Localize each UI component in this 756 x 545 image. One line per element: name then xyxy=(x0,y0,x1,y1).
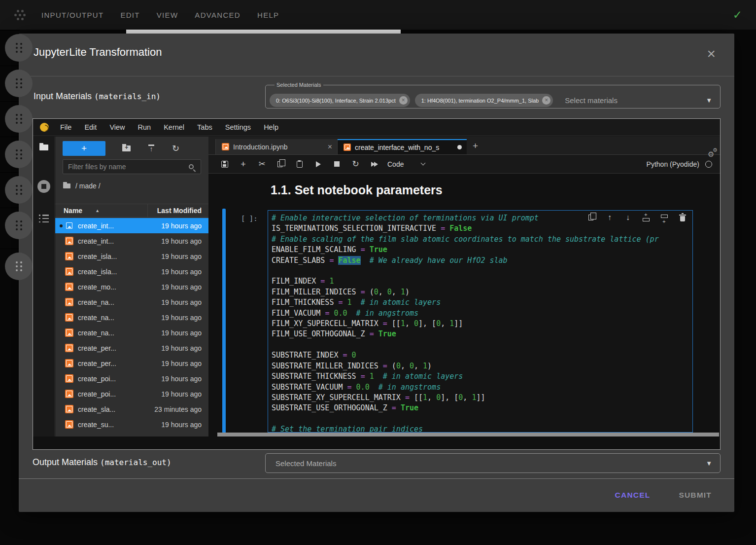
jupyter-menu-view[interactable]: View xyxy=(103,123,131,131)
restart-icon[interactable]: ↻ xyxy=(351,160,360,168)
settings-gears-icon[interactable]: ⚙⚙ xyxy=(708,147,721,160)
tab-dirty-icon[interactable] xyxy=(457,145,462,149)
breadcrumb-path[interactable]: / made / xyxy=(75,182,101,190)
file-browser-icon[interactable] xyxy=(39,145,48,150)
cancel-button[interactable]: CANCEL xyxy=(612,490,653,500)
material-chip[interactable]: 1: Hf4O8(001), termination O2_P4/mmm_1, … xyxy=(415,94,553,107)
remove-chip-icon[interactable]: × xyxy=(399,96,408,105)
material-chip[interactable]: 0: O6Si3(100)-Si8(100), Interface, Strai… xyxy=(270,94,410,107)
notebook-toolbar: +✂↻ Code Python (Pyodide) xyxy=(208,155,721,174)
file-row[interactable]: create_poi...19 hours ago xyxy=(55,371,208,386)
move-up-icon[interactable]: ↑ xyxy=(606,214,614,221)
move-down-icon[interactable]: ↓ xyxy=(624,214,632,221)
cell-type-dropdown[interactable]: Code xyxy=(387,160,425,168)
file-row[interactable]: create_isla...19 hours ago xyxy=(55,264,208,279)
app-menu-item-view[interactable]: VIEW xyxy=(157,11,178,19)
refresh-icon[interactable]: ↻ xyxy=(172,145,179,152)
file-row[interactable]: create_na...19 hours ago xyxy=(55,294,208,310)
running-kernels-icon[interactable] xyxy=(37,180,50,193)
unit-drag-handle[interactable] xyxy=(5,176,33,204)
file-row[interactable]: create_sla...23 minutes ago xyxy=(55,401,208,417)
unit-drag-handle[interactable] xyxy=(5,34,33,62)
column-last-modified[interactable]: Last Modified xyxy=(148,207,208,215)
duplicate-icon[interactable] xyxy=(587,214,595,221)
notebook-file-icon xyxy=(65,405,73,413)
unit-drag-handle[interactable] xyxy=(5,105,33,133)
new-tab-icon[interactable]: + xyxy=(473,141,478,151)
column-name[interactable]: Name ▲ xyxy=(55,204,148,217)
unit-drag-handle[interactable] xyxy=(5,141,33,168)
fast-forward-icon[interactable] xyxy=(370,160,378,168)
tab-inactive[interactable]: Introduction.ipynb× xyxy=(215,139,338,154)
code-line: ENABLE_FILM_SCALING = True xyxy=(272,245,689,255)
app-menu-item-advanced[interactable]: ADVANCED xyxy=(195,11,241,19)
new-launcher-button[interactable]: + xyxy=(63,141,105,156)
jupyter-menu-kernel[interactable]: Kernel xyxy=(157,123,191,131)
cell-collapser[interactable] xyxy=(222,209,226,433)
file-row[interactable]: create_su...19 hours ago xyxy=(55,417,208,432)
file-modified: 19 hours ago xyxy=(116,344,208,352)
insert-below-icon[interactable] xyxy=(660,214,668,221)
unit-drag-handle[interactable] xyxy=(5,212,33,239)
jupyter-menu-edit[interactable]: Edit xyxy=(78,123,103,131)
jupyter-menu-help[interactable]: Help xyxy=(257,123,285,131)
horizontal-scrollbar[interactable] xyxy=(217,433,719,436)
cut-icon[interactable]: ✂ xyxy=(258,160,266,168)
file-row[interactable]: create_na...19 hours ago xyxy=(55,325,208,340)
app-menu-item-input-output[interactable]: INPUT/OUTPUT xyxy=(41,11,103,19)
file-row[interactable]: create_na...19 hours ago xyxy=(55,310,208,325)
notebook-file-icon xyxy=(65,221,73,230)
app-menu-item-edit[interactable]: EDIT xyxy=(120,11,139,19)
notebook-file-icon xyxy=(65,359,73,367)
scrollbar-thumb[interactable] xyxy=(217,433,719,436)
code-editor[interactable]: # Enable interactive selection of termin… xyxy=(268,210,693,433)
kernel-name[interactable]: Python (Pyodide) xyxy=(647,160,699,168)
table-of-contents-icon[interactable] xyxy=(39,215,49,222)
save-icon[interactable] xyxy=(220,160,229,168)
jupyter-menu-file[interactable]: File xyxy=(54,123,78,131)
dropdown-arrow-icon[interactable]: ▼ xyxy=(706,460,712,467)
main-dock: Introduction.ipynb×create_interface_with… xyxy=(208,137,721,436)
insert-above-icon[interactable] xyxy=(642,214,650,221)
file-name: create_na... xyxy=(78,298,114,306)
upload-icon[interactable] xyxy=(147,145,155,152)
app-menu-item-help[interactable]: HELP xyxy=(257,11,279,19)
remove-chip-icon[interactable]: × xyxy=(542,96,550,105)
copy-icon[interactable] xyxy=(276,160,285,168)
notebook-file-icon xyxy=(65,374,73,383)
paste-icon[interactable] xyxy=(295,160,304,168)
select-materials-placeholder[interactable]: Select materials xyxy=(565,96,618,105)
filter-files-input[interactable] xyxy=(63,163,189,171)
file-row[interactable]: create_per...19 hours ago xyxy=(55,356,208,371)
new-folder-icon[interactable] xyxy=(122,145,131,151)
dropdown-arrow-icon[interactable]: ▼ xyxy=(706,97,712,104)
unit-drag-handle[interactable] xyxy=(5,253,33,280)
output-materials-select[interactable]: Selected Materials ▼ xyxy=(265,453,721,473)
unit-drag-handle[interactable] xyxy=(5,70,33,97)
tab-close-icon[interactable]: × xyxy=(328,143,332,151)
breadcrumb[interactable]: / made / xyxy=(63,182,101,190)
file-row[interactable]: create_per...19 hours ago xyxy=(55,340,208,356)
close-icon[interactable]: × xyxy=(707,47,716,60)
jupyter-menu-run[interactable]: Run xyxy=(132,123,158,131)
jupyter-menu-settings[interactable]: Settings xyxy=(219,123,257,131)
tab-active[interactable]: create_interface_with_no_s xyxy=(338,139,467,154)
file-row[interactable]: create_mo...19 hours ago xyxy=(55,279,208,294)
notebook-file-icon xyxy=(65,283,73,291)
jupyter-menu-tabs[interactable]: Tabs xyxy=(191,123,219,131)
file-row[interactable]: create_isla...19 hours ago xyxy=(55,249,208,264)
app-logo-icon xyxy=(12,8,28,22)
workflow-check-icon[interactable]: ✓ xyxy=(733,8,742,22)
insert-cell-icon[interactable]: + xyxy=(239,160,247,168)
run-icon[interactable] xyxy=(314,160,322,168)
delete-icon[interactable] xyxy=(679,214,687,221)
file-row[interactable]: create_poi...19 hours ago xyxy=(55,386,208,401)
file-row[interactable]: create_int...19 hours ago xyxy=(55,233,208,249)
kernel-idle-icon[interactable] xyxy=(705,161,712,168)
selected-materials-legend: Selected Materials xyxy=(275,82,323,88)
home-folder-icon[interactable] xyxy=(63,183,70,188)
unit-row-divider xyxy=(0,137,20,137)
file-row[interactable]: create_int...19 hours ago xyxy=(55,218,208,233)
submit-button[interactable]: SUBMIT xyxy=(676,490,715,500)
stop-icon[interactable] xyxy=(333,160,341,168)
